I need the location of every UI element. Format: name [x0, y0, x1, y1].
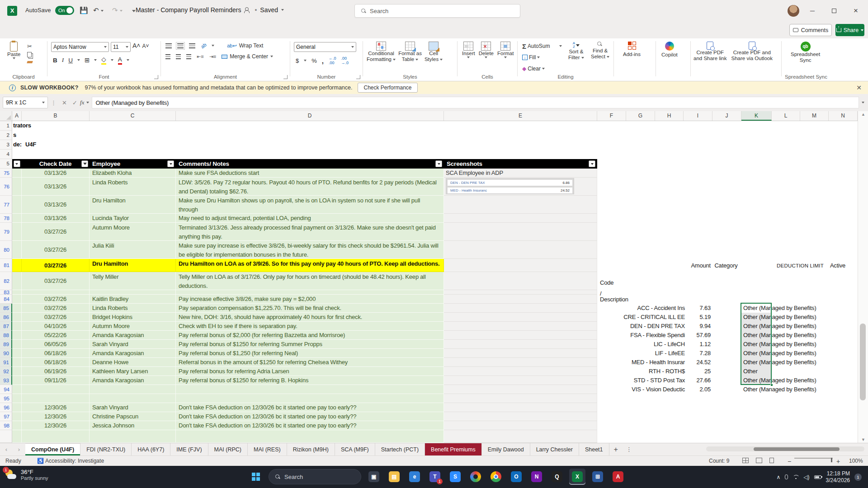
cell-a[interactable]	[12, 196, 22, 214]
cell-note[interactable]: Pay referral bonus of $1250 for referrin…	[176, 376, 444, 385]
sheet-tab-mai-rpc-[interactable]: MAI (RPC)	[208, 443, 248, 455]
comma-style-icon[interactable]: ,	[322, 57, 324, 65]
top-row-cells[interactable]: s	[12, 131, 868, 140]
cell-right-area[interactable]	[597, 295, 868, 304]
cell-a[interactable]	[12, 295, 22, 304]
cell-right-area[interactable]	[597, 331, 868, 340]
cell-employee[interactable]: Christine Papscun	[90, 412, 176, 421]
save-icon[interactable]: 💾	[80, 6, 88, 14]
cell-employee[interactable]: Kaitlin Bradley	[90, 295, 176, 304]
zoom-out-icon[interactable]: −	[788, 458, 791, 465]
row-header-83[interactable]: 83	[0, 290, 12, 295]
sheet-tab-haa-6y7-[interactable]: HAA (6Y7)	[132, 443, 170, 455]
copilot-button[interactable]: Copilot	[661, 38, 678, 58]
restore-button[interactable]	[824, 0, 844, 22]
cell-a[interactable]	[12, 358, 22, 367]
cell-right-area[interactable]	[597, 421, 868, 430]
volume-icon[interactable]: ◁)	[803, 474, 809, 480]
cell-right-area[interactable]	[597, 241, 868, 259]
borders-icon[interactable]: ⊞	[85, 56, 90, 64]
battery-icon[interactable]	[814, 475, 821, 479]
saved-status[interactable]: Saved	[260, 6, 278, 14]
cell-note[interactable]: May need to adjust timecard, potential L…	[176, 214, 444, 223]
comments-button[interactable]: Comments	[789, 24, 832, 36]
cell-employee[interactable]: Bridget Hopkins	[90, 313, 176, 322]
col-header-E[interactable]: E	[444, 111, 597, 121]
cell-employee[interactable]	[90, 430, 176, 443]
row-header-86[interactable]: 86	[0, 313, 12, 322]
cell-screenshots[interactable]	[444, 421, 597, 430]
header-screenshots-filter-icon[interactable]	[589, 160, 595, 167]
outlook-icon[interactable]: O	[508, 469, 524, 485]
select-all-corner[interactable]	[0, 111, 12, 121]
cell-right-area[interactable]	[597, 430, 868, 443]
col-header-N[interactable]: N	[829, 111, 858, 121]
zoom-slider-knob[interactable]	[831, 458, 832, 462]
font-name-select[interactable]: Aptos Narrow	[51, 42, 109, 52]
spreadsheet-sync-button[interactable]: qbSpreadsheetSync	[791, 38, 820, 63]
cell-note[interactable]	[176, 394, 444, 403]
horizontal-scrollbar[interactable]	[706, 446, 864, 451]
vscroll-thumb[interactable]	[860, 324, 866, 400]
col-header-K[interactable]: K	[741, 111, 772, 121]
align-center-icon[interactable]	[176, 54, 181, 59]
cell-screenshots[interactable]	[444, 376, 597, 385]
cell-a[interactable]	[12, 272, 22, 290]
cell-screenshots[interactable]	[444, 322, 597, 331]
top-row-cells[interactable]: trators	[12, 121, 868, 131]
cell-right-area[interactable]	[597, 340, 868, 349]
cell-note[interactable]: Check with EH to see if there is separat…	[176, 322, 444, 331]
cell-screenshots[interactable]	[444, 331, 597, 340]
increase-indent-icon[interactable]: ⇥≡	[209, 54, 217, 60]
row-header-90[interactable]: 90	[0, 349, 12, 358]
row-header-95[interactable]: 95	[0, 394, 12, 403]
tabs-scroll-right-icon[interactable]: ›	[13, 443, 25, 455]
onenote-icon[interactable]: N	[528, 469, 545, 485]
row-header-89[interactable]: 89	[0, 340, 12, 349]
file-explorer-icon[interactable]: ▤	[386, 469, 402, 485]
cell-screenshots[interactable]	[444, 272, 597, 290]
cell-check-date[interactable]: 03/13/26	[22, 169, 90, 178]
header-employee[interactable]: Employee	[90, 159, 176, 169]
customize-quick-access-icon[interactable]	[132, 6, 136, 14]
row-header-75[interactable]: 75	[0, 169, 12, 178]
cell-employee[interactable]: Julia Kiili	[90, 241, 176, 259]
cell-check-date[interactable]: 04/10/26	[22, 322, 90, 331]
row-header-97[interactable]: 97	[0, 412, 12, 421]
cell-right-area[interactable]	[597, 394, 868, 403]
sheet-tab-fdi-nr2-txu-[interactable]: FDI (NR2-TXU)	[80, 443, 132, 455]
search-input[interactable]: Search	[354, 4, 520, 18]
row-header-1[interactable]: 1	[0, 121, 12, 131]
row-header-87[interactable]: 87	[0, 322, 12, 331]
row-header-84[interactable]: 84	[0, 295, 12, 304]
cell-a[interactable]	[12, 223, 22, 241]
cell-a[interactable]	[12, 304, 22, 313]
cell-screenshots[interactable]	[444, 304, 597, 313]
hidden-icons-chevron-icon[interactable]: ∧	[777, 474, 781, 480]
col-header-L[interactable]: L	[772, 111, 800, 121]
cell-employee[interactable]	[90, 394, 176, 403]
align-middle-icon[interactable]	[177, 43, 184, 48]
col-header-C[interactable]: C	[90, 111, 176, 121]
cell-check-date[interactable]	[22, 394, 90, 403]
col-header-A[interactable]: A	[12, 111, 22, 121]
cell-a[interactable]	[12, 331, 22, 340]
header-comments-notes[interactable]: Comments/ Notes	[176, 159, 444, 169]
cell-note[interactable]: Referral bonus in the amount of $1250 fo…	[176, 358, 444, 367]
sheet-tab-benefit-premiums[interactable]: Benefit Premiums	[425, 443, 482, 455]
undo-icon[interactable]: ↶	[93, 6, 104, 14]
cell-screenshots[interactable]	[444, 394, 597, 403]
italic-button[interactable]: I	[62, 56, 64, 64]
cell-note[interactable]: Pay referral bonus of $1,250 (for referr…	[176, 349, 444, 358]
alignment-dialog-launcher-icon[interactable]	[283, 75, 288, 79]
edge-icon[interactable]: e	[406, 469, 423, 485]
sheet-tab-emily-dawood[interactable]: Emily Dawood	[482, 443, 530, 455]
cell-employee[interactable]: Amanda Karagosian	[90, 376, 176, 385]
cell-right-area[interactable]	[597, 169, 868, 178]
cancel-entry-icon[interactable]: ✕	[62, 99, 67, 106]
number-dialog-launcher-icon[interactable]	[356, 75, 360, 79]
row-header-76[interactable]: 76	[0, 178, 12, 196]
cell-screenshots[interactable]	[444, 295, 597, 304]
worksheet-grid[interactable]: ABCDEFGHIJKLMN1trators2s3de:U4F45Check D…	[0, 111, 868, 443]
cell-note[interactable]: Make sure FSA deductions start	[176, 169, 444, 178]
